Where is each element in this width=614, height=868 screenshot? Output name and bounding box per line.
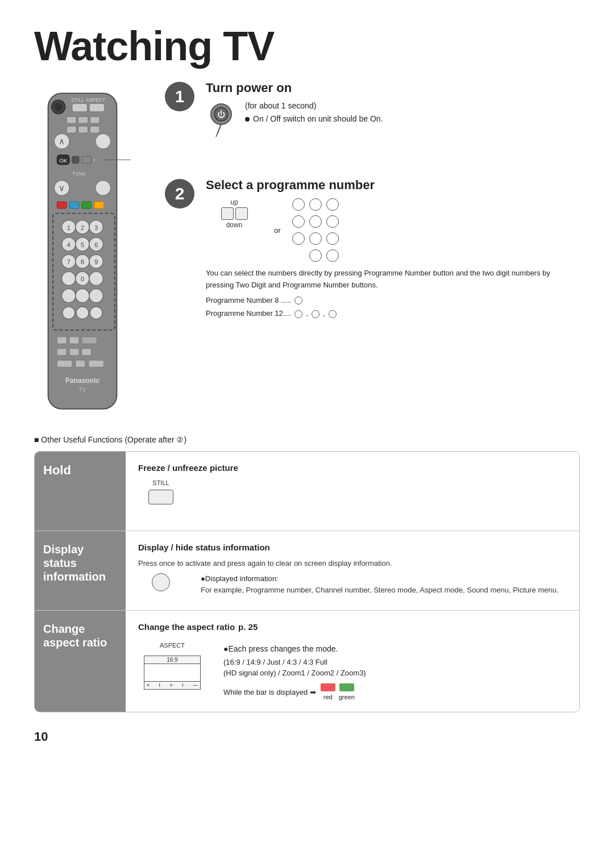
display-status-sub: Press once to activate and press again t…	[138, 558, 567, 569]
hold-content-title: Freeze / unfreeze picture	[138, 462, 567, 475]
svg-point-57	[63, 307, 75, 319]
svg-rect-19	[82, 156, 92, 163]
svg-point-50	[62, 272, 76, 285]
green-button	[339, 683, 354, 691]
step-1-circle: 1	[165, 82, 194, 111]
svg-text:7: 7	[67, 258, 70, 265]
aspect-ratio-label: Change aspect ratio	[35, 611, 126, 712]
svg-point-2	[54, 103, 63, 111]
aspect-page-ref: p. 25	[238, 621, 258, 634]
hold-content: Freeze / unfreeze picture STILL	[126, 452, 579, 531]
svg-text:+: +	[93, 157, 96, 163]
svg-text:OK: OK	[59, 157, 68, 164]
step-1-bullet1: On / Off switch on unit should be On.	[245, 114, 383, 123]
svg-rect-29	[82, 202, 92, 208]
svg-rect-9	[90, 116, 99, 123]
display-circle-button	[152, 573, 170, 591]
svg-rect-62	[82, 337, 97, 344]
card-table: Hold Freeze / unfreeze picture STILL Dis…	[34, 451, 580, 712]
hold-icon-area: STILL	[138, 478, 184, 505]
aspect-bottom-bar: «I»I—	[144, 681, 200, 689]
svg-point-55	[76, 289, 89, 302]
svg-text:8: 8	[81, 258, 84, 265]
svg-point-56	[89, 289, 103, 302]
aspect-ratio-title: Change the aspect ratio	[138, 621, 235, 634]
step-1: 1 Turn power on ⏻	[165, 81, 580, 144]
svg-text:∨: ∨	[59, 183, 65, 193]
svg-text:∧: ∧	[59, 137, 65, 146]
aspect-bullet2: (16:9 / 14:9 / Just / 4:3 / 4:3 Full	[223, 657, 567, 668]
svg-rect-64	[69, 349, 79, 356]
display-status-row: Display status information Display / hid…	[35, 531, 579, 611]
svg-rect-60	[57, 337, 67, 344]
svg-rect-28	[69, 202, 79, 208]
svg-rect-27	[57, 202, 67, 208]
step-2-circle: 2	[165, 179, 194, 208]
svg-rect-61	[69, 337, 79, 344]
step-1-content: Turn power on ⏻ (for about 1 second)	[206, 81, 580, 144]
displayed-info-desc: For example, Programme number, Channel n…	[201, 585, 567, 596]
svg-text:6: 6	[94, 241, 98, 248]
prog-text: You can select the numbers directly by p…	[206, 268, 580, 320]
svg-text:2: 2	[81, 224, 84, 231]
step-1-title: Turn power on	[206, 81, 580, 95]
svg-text:⏻: ⏻	[217, 110, 225, 119]
step-2-content: Select a programme number up down	[206, 178, 580, 320]
svg-rect-4	[72, 103, 88, 112]
svg-rect-67	[76, 360, 85, 367]
svg-text:ASPECT: ASPECT	[86, 97, 105, 103]
aspect-ratio-box: 16:9 «I»I—	[144, 656, 201, 690]
green-label: green	[339, 692, 355, 702]
svg-rect-6	[89, 103, 105, 112]
svg-rect-18	[72, 156, 79, 163]
svg-text:Panasonic: Panasonic	[65, 377, 100, 385]
svg-point-15	[96, 133, 111, 149]
svg-rect-12	[90, 126, 99, 133]
svg-point-26	[96, 181, 111, 196]
aspect-bullet1: ●Each press changes the mode.	[223, 643, 567, 655]
svg-text:3: 3	[94, 224, 98, 231]
while-bar-row: While the bar is displayed ➡ red green	[223, 683, 567, 702]
aspect-top-bar: 16:9	[144, 656, 200, 664]
display-status-row-inner: ●Displayed information: For example, Pro…	[138, 573, 567, 595]
prog-num-12: Programme Number 12.... , ,	[206, 308, 580, 320]
svg-rect-7	[67, 116, 76, 123]
aspect-label: ASPECT	[160, 641, 185, 650]
svg-point-58	[76, 307, 89, 319]
red-label: red	[323, 692, 333, 702]
svg-text:5: 5	[81, 241, 84, 248]
displayed-info-title: ●Displayed information:	[201, 573, 567, 585]
useful-functions-header: ■ Other Useful Functions (Operate after …	[34, 435, 580, 444]
svg-line-75	[216, 134, 217, 137]
hold-row: Hold Freeze / unfreeze picture STILL	[35, 452, 579, 531]
page-title: Watching TV	[34, 23, 580, 69]
step-2-title: Select a programme number	[206, 178, 580, 193]
aspect-bullet3: (HD signal only) / Zoom1 / Zoom2 / Zoom3…	[223, 667, 567, 679]
svg-rect-65	[82, 349, 92, 356]
still-button	[148, 490, 173, 504]
svg-point-53	[89, 272, 103, 285]
svg-text:TV: TV	[78, 386, 87, 393]
prog-num-8: Programme Number 8 .....	[206, 295, 580, 307]
svg-rect-63	[57, 349, 67, 356]
svg-point-54	[62, 289, 76, 302]
still-label: STILL	[152, 478, 169, 488]
svg-text:STILL: STILL	[71, 97, 84, 103]
display-icon-area	[138, 573, 184, 591]
aspect-info-area: ●Each press changes the mode. (16:9 / 14…	[223, 641, 567, 702]
svg-text:1: 1	[67, 224, 70, 231]
aspect-ratio-row: Change aspect ratio Change the aspect ra…	[35, 611, 579, 712]
svg-rect-30	[94, 202, 104, 208]
remote-control: STILL ASPECT ∧ OK + Volu	[34, 86, 148, 418]
steps-area: 1 Turn power on ⏻	[148, 81, 580, 337]
hold-content-row: STILL	[138, 478, 567, 505]
or-label: or	[274, 226, 281, 235]
svg-text:0: 0	[81, 276, 84, 282]
page-number: 10	[34, 729, 48, 744]
display-status-title: Display / hide status information	[138, 541, 567, 554]
svg-rect-68	[89, 360, 104, 367]
aspect-content-row: ASPECT 16:9 «I»I— ●Each press changes th…	[138, 641, 567, 702]
step-2: 2 Select a programme number up	[165, 178, 580, 320]
display-status-label: Display status information	[35, 531, 126, 610]
svg-text:9: 9	[94, 258, 98, 265]
